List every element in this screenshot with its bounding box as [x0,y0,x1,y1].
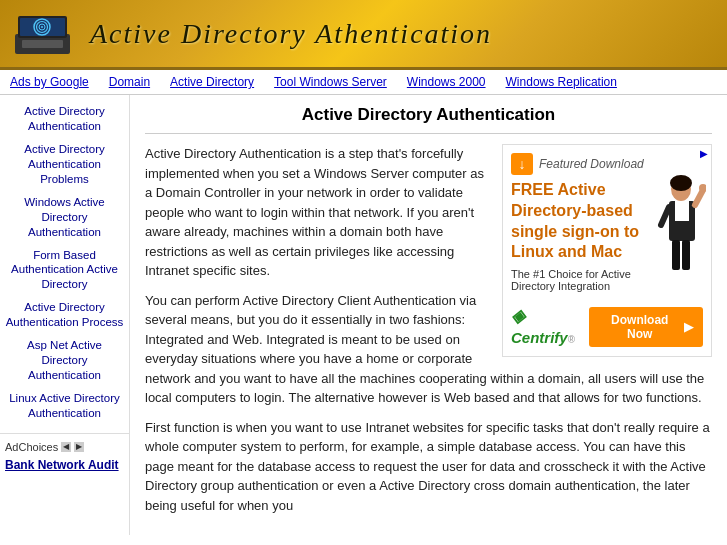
nav-active-directory[interactable]: Active Directory [170,75,254,89]
main: Active Directory Authentication Active D… [0,95,727,535]
adchoices-prev[interactable]: ◀ [61,442,71,452]
svg-rect-7 [22,40,63,48]
ad-box-header: ↓ Featured Download [511,153,703,175]
svg-point-9 [670,175,692,191]
sidebar-wada[interactable]: Windows Active Directory Authentication [0,191,129,244]
navbar: Ads by Google Domain Active Directory To… [0,70,727,95]
ads-by-google[interactable]: Ads by Google [10,75,89,89]
download-arrow-icon: ↓ [511,153,533,175]
sidebar-ads: AdChoices ◀ ▶ Bank Network Audit [0,433,129,475]
download-now-button[interactable]: Download Now ▶ [589,307,703,347]
header: Active Directory Athentication [0,0,727,70]
header-logo [10,4,80,64]
nav-domain[interactable]: Domain [109,75,150,89]
ad-badge[interactable]: ▶ [700,148,708,159]
content-para-3: First function is when you want to use I… [145,418,712,516]
svg-rect-15 [672,240,680,270]
sidebar-aspnet[interactable]: Asp Net Active Directory Authentication [0,334,129,387]
header-title: Active Directory Athentication [90,18,492,50]
adchoices-label: AdChoices ◀ ▶ [0,439,129,455]
centrify-logo: ◈ Centrify® [511,305,589,348]
ad-headline: FREE Active Directory-based single sign-… [511,180,648,263]
featured-label: Featured Download [539,157,644,171]
sidebar-fbad[interactable]: Form Based Authentication Active Directo… [0,244,129,297]
ad-brand: ◈ Centrify® Download Now ▶ [511,305,703,348]
content-area: Active Directory Authentication ▶ ↓ Feat… [130,95,727,535]
bank-network-link[interactable]: Bank Network Audit [0,455,129,475]
svg-line-12 [695,190,703,205]
sidebar-linux[interactable]: Linux Active Directory Authentication [0,387,129,425]
sidebar: Active Directory Authentication Active D… [0,95,130,535]
sidebar-ada[interactable]: Active Directory Authentication [0,100,129,138]
svg-rect-16 [682,240,690,270]
adchoices-next[interactable]: ▶ [74,442,84,452]
content-divider [145,133,712,134]
ad-box: ▶ ↓ Featured Download FREE Active Direct… [502,144,712,357]
sidebar-adap[interactable]: Active Directory Authentication Problems [0,138,129,191]
nav-windows-replication[interactable]: Windows Replication [506,75,617,89]
sidebar-adap2[interactable]: Active Directory Authentication Process [0,296,129,334]
nav-windows-2000[interactable]: Windows 2000 [407,75,486,89]
svg-line-14 [661,207,669,225]
ad-subtext: The #1 Choice for Active Directory Integ… [511,268,648,292]
svg-point-6 [41,26,43,28]
page-title: Active Directory Authentication [145,105,712,125]
nav-tool-windows-server[interactable]: Tool Windows Server [274,75,387,89]
ad-woman-image [651,175,706,275]
svg-rect-11 [675,201,689,221]
